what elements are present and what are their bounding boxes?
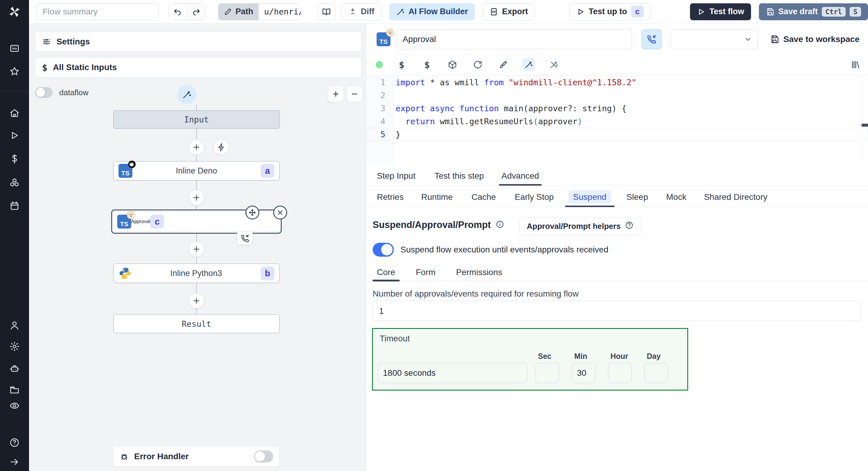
approval-prompt-helpers-button[interactable]: Approval/Prompt helpers [519,217,641,235]
dataflow-toggle[interactable] [35,87,53,98]
path-value: u/henri/bes [259,4,301,20]
tab-suspend[interactable]: Suspend [565,187,614,207]
favorites-star-icon[interactable] [8,65,21,78]
error-handler-toggle[interactable] [254,450,273,463]
resource-picker-button[interactable]: $ [421,58,434,71]
tab-step-input[interactable]: Step Input [374,166,418,185]
approval-phone-badge[interactable] [237,231,253,245]
delete-node-button[interactable] [273,206,287,219]
typescript-icon: TS [117,215,131,229]
step-name-input[interactable] [396,29,632,49]
test-up-to-button[interactable]: Test up to c [569,3,651,20]
flow-summary-input[interactable] [36,3,158,20]
workers-icon[interactable] [8,363,21,375]
dataflow-label: dataflow [59,88,89,97]
flow-settings-button[interactable]: Settings [35,32,362,52]
add-step-button-2[interactable] [189,190,204,206]
resources-icon[interactable] [8,177,21,189]
graph-node-input[interactable]: Input [113,110,280,128]
typescript-icon: TS [119,164,132,178]
wand-icon [182,90,192,99]
editor-toolbar: $ $ [367,55,868,75]
zoom-in-button[interactable] [328,86,344,102]
add-trigger-button[interactable] [213,139,229,155]
diff-button[interactable]: Diff [342,3,381,20]
ai-assistant-button[interactable] [522,58,535,71]
move-icon [248,209,256,216]
graph-node-result[interactable]: Result [113,315,280,333]
rail-divider [0,91,29,92]
quickstart-icon[interactable] [8,42,21,54]
add-step-button-4[interactable] [189,293,204,308]
tab-retries[interactable]: Retries [374,187,407,207]
tab-shared-directory[interactable]: Shared Directory [701,187,770,207]
info-icon[interactable] [496,220,504,230]
tab-mock[interactable]: Mock [663,187,689,207]
min-label: Min [574,352,587,361]
graph-node-inline-deno[interactable]: TS Inline Deno a [113,161,280,180]
tab-test-this-step[interactable]: Test this step [432,166,486,185]
tab-form[interactable]: Form [412,264,440,281]
export-button[interactable]: Export [483,3,535,20]
variable-picker-button[interactable]: $ [395,58,408,71]
library-icon-button[interactable] [850,55,860,75]
variables-icon[interactable] [8,153,21,165]
runs-icon[interactable] [8,129,21,142]
reload-button[interactable] [471,58,485,71]
save-to-workspace-button[interactable]: Save to workspace [770,34,860,44]
audit-logs-eye-icon[interactable] [8,400,21,412]
expand-rail-arrow-icon[interactable] [8,456,21,468]
suspend-toggle[interactable] [373,243,394,257]
code-line-4: 4 return wmill.getResumeUrls(approver) [367,115,868,128]
path-button[interactable]: Path u/henri/bes [218,3,301,20]
tab-cache[interactable]: Cache [468,187,499,207]
suspend-phone-button[interactable] [642,29,661,49]
dataflow-toggle-row: dataflow [35,87,89,98]
ai-disable-button[interactable] [547,58,561,71]
approvals-count-input[interactable] [373,301,861,321]
users-icon[interactable] [8,319,21,331]
ai-flow-builder-button[interactable]: AI Flow Builder [389,3,475,20]
save-draft-button[interactable]: Save draft Ctrl S [759,3,868,20]
tab-permissions[interactable]: Permissions [452,264,506,281]
wand-off-icon [550,60,559,69]
deno-badge-icon [128,160,136,168]
package-icon-button[interactable] [446,58,459,71]
timeout-display-input[interactable] [378,363,527,383]
step-id-badge: b [260,266,274,280]
sec-input[interactable] [535,363,559,383]
format-brush-button[interactable] [497,58,510,71]
home-icon[interactable] [8,107,21,119]
schedules-icon[interactable] [8,200,21,212]
docs-book-button[interactable] [318,3,335,20]
tab-core[interactable]: Core [373,264,400,281]
all-static-inputs-button[interactable]: $ All Static Inputs [35,57,362,78]
day-label: Day [647,352,661,361]
folders-icon[interactable] [8,384,21,396]
hour-input[interactable] [608,363,632,383]
step-header: TS Save to workspace [367,29,868,50]
undo-button[interactable] [168,4,187,20]
worker-tag-select[interactable] [670,29,758,49]
add-step-button-3[interactable] [189,241,204,257]
tab-advanced[interactable]: Advanced [499,166,541,185]
day-input[interactable] [644,363,668,383]
step-id-badge: a [260,164,274,178]
tab-early-stop[interactable]: Early Stop [512,187,557,207]
settings-gear-icon[interactable] [8,341,21,353]
min-input[interactable] [572,363,595,383]
graph-node-inline-python3[interactable]: Inline Python3 b [113,264,280,283]
tab-sleep[interactable]: Sleep [623,187,651,207]
help-icon[interactable] [8,437,21,449]
test-flow-button[interactable]: Test flow [690,3,751,20]
tab-runtime[interactable]: Runtime [418,187,456,207]
graph-ai-wand-button[interactable] [177,85,196,104]
phone-incoming-icon [647,35,656,44]
zoom-out-button[interactable] [347,86,362,102]
add-step-button-1[interactable] [189,139,204,155]
save-icon [766,7,774,16]
redo-button[interactable] [187,4,205,20]
code-editor[interactable]: 1 import * as wmill from "windmill-clien… [367,76,868,165]
plus-icon [192,194,201,202]
move-node-button[interactable] [245,206,259,219]
